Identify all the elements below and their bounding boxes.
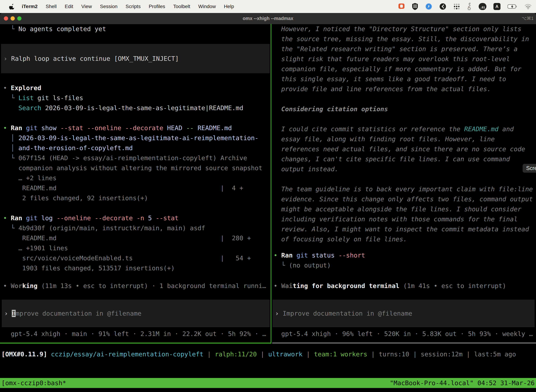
shield-icon[interactable]: [412, 3, 418, 10]
terminal-text-segment: show: [41, 124, 60, 131]
terminal-line: README.md | 4 +: [3, 183, 262, 193]
right-prompt-input[interactable]: › Improve documentation in @filename: [273, 300, 535, 327]
counter-icon[interactable]: ..61: [479, 3, 486, 10]
terminal-text-segment: 5: [148, 215, 156, 222]
terminal-text-segment: 067f154 (HEAD -> essay/ai-reimplementati…: [19, 154, 247, 162]
menu-item-shell[interactable]: Shell: [46, 4, 57, 9]
terminal-text-segment: of focusing solely on file lines.: [274, 236, 407, 243]
terminal-text-segment: king: [22, 282, 38, 289]
badge-icon[interactable]: [425, 3, 432, 10]
right-model-statusline: gpt-5.4 xhigh · 96% left · 520K in · 5.8…: [274, 329, 533, 339]
terminal-text-segment: ralph:11/20: [215, 350, 261, 358]
terminal-text-segment: |: [261, 350, 268, 358]
terminal-text-segment: (1m 41s • esc to interrupt): [399, 282, 506, 289]
terminal-text-segment: •: [274, 252, 281, 259]
terminal-text-segment: Considering citation options: [274, 105, 388, 112]
terminal-line: provide file and line references from th…: [274, 84, 533, 94]
terminal-text-segment: |: [207, 350, 215, 358]
agents-status-line: └ No agents completed yet: [3, 24, 106, 34]
terminal-text-segment: │: [3, 144, 19, 152]
terminal-text-segment: •: [3, 84, 11, 92]
window-title: omx --xhigh --madmax: [0, 13, 536, 24]
terminal-line: including verification notes with those …: [274, 214, 533, 224]
menu-item-help[interactable]: Help: [224, 4, 234, 9]
apple-menu-icon[interactable]: [9, 4, 14, 9]
counter-label: ..61: [480, 6, 485, 9]
terminal-line: README.md | 280 +: [3, 233, 262, 243]
terminal-text-segment: No agents completed yet: [19, 25, 106, 33]
terminal-text-segment: the source tree, missing the essay. Stil…: [274, 35, 529, 42]
terminal-text-segment: git ls-files: [34, 94, 83, 102]
terminal-line: companion file, especially if more comme…: [274, 64, 533, 74]
dragon-icon[interactable]: [467, 3, 472, 10]
menu-item-profiles[interactable]: Profiles: [149, 4, 165, 9]
tmux-session-label[interactable]: [omx-cczip0:bash*: [0, 379, 66, 387]
terminal-line: [OMX#0.11.9] cczip/essay/ai-reimplementa…: [1, 349, 536, 359]
terminal-text-segment: git: [26, 124, 41, 131]
ralph-loop-text: › Ralph loop active continue [OMX_TMUX_I…: [4, 54, 179, 64]
terminal-line: the source tree, missing the essay. Stil…: [274, 34, 533, 44]
terminal-text-segment: output instead.: [274, 165, 338, 173]
left-prompt-input[interactable]: › Improve documentation in @filename: [2, 300, 270, 327]
terminal-text-segment: Wai: [281, 282, 293, 289]
terminal-text-segment: references need actual files, and since …: [274, 145, 525, 153]
terminal-text-segment: └: [3, 25, 19, 33]
menu-item-view[interactable]: View: [81, 4, 92, 9]
terminal-text-segment: companion analysis without altering the …: [3, 164, 262, 172]
terminal-text-segment: HEAD: [167, 124, 186, 131]
window-shortcut-badge: ⌥⌘1: [522, 16, 534, 21]
terminal-line: • Waiting for background terminal (1m 41…: [274, 281, 506, 291]
ralph-loop-box[interactable]: › Ralph loop active continue [OMX_TMUX_I…: [1, 44, 270, 73]
terminal-line: Search 2026-03-09-is-legal-the-same-as-l…: [3, 103, 262, 113]
terminal-line: └ 4b9d30f (origin/main, instructkr/main,…: [3, 223, 262, 233]
window-title-bar[interactable]: omx --xhigh --madmax ⌥⌘1: [0, 13, 536, 24]
battery-icon[interactable]: [507, 4, 517, 9]
shutter-icon[interactable]: [439, 3, 446, 10]
terminal-text-segment: and-the-erosion-of-copyleft.md: [19, 144, 133, 152]
menu-item-scripts[interactable]: Scripts: [125, 4, 141, 9]
terminal-text-segment: status: [312, 252, 339, 259]
terminal-line: of focusing solely on file lines.: [274, 234, 533, 244]
menu-item-toolbelt[interactable]: Toolbelt: [173, 4, 190, 9]
terminal-text-segment: └: [3, 154, 19, 162]
terminal-line: [274, 174, 533, 184]
terminal-text-segment: Improve documentation in @filename: [282, 310, 412, 317]
terminal-text-segment: src/voice/voiceModeEnabled.ts | 54 +: [3, 254, 251, 262]
terminal-text-segment: 1903 files changed, 513517 insertions(+): [3, 265, 175, 272]
keyboard-layout-label: A: [495, 4, 498, 9]
terminal-text-segment: └: [3, 94, 19, 102]
terminal-text-segment: Ran: [11, 124, 26, 131]
terminal-line: the "Related research writing" section i…: [274, 44, 533, 54]
left-working-status: • Working (11m 13s • esc to interrupt) ·…: [3, 281, 266, 291]
wifi-icon[interactable]: [524, 4, 532, 9]
pane-divider[interactable]: [271, 24, 271, 344]
menu-item-iterm2[interactable]: iTerm2: [22, 4, 38, 9]
menu-item-edit[interactable]: Edit: [65, 4, 73, 9]
terminal-text-segment: The team guideline is to back every impo…: [274, 186, 533, 193]
menu-item-session[interactable]: Session: [100, 4, 117, 9]
left-prompt-text: › Improve documentation in @filename: [4, 308, 141, 318]
keyboard-layout-icon[interactable]: A: [493, 3, 500, 10]
screen-overlay-button[interactable]: Scre: [523, 164, 536, 173]
right-waiting-status: • Waiting for background terminal (1m 41…: [274, 281, 506, 291]
right-prompt-text: › Improve documentation in @filename: [275, 308, 412, 318]
terminal-line: changes, I can't cite specific file line…: [274, 154, 533, 164]
menu-bar: iTerm2 Shell Edit View Session Scripts P…: [0, 0, 536, 13]
terminal-text-segment: … +2 lines: [3, 174, 57, 182]
terminal-text-segment: •: [3, 282, 11, 289]
terminal-text-segment: Explored: [11, 84, 41, 92]
terminal-text-segment: └: [274, 262, 289, 269]
screen: iTerm2 Shell Edit View Session Scripts P…: [0, 0, 536, 392]
terminal-line: │ and-the-erosion-of-copyleft.md: [3, 143, 262, 153]
menu-item-window[interactable]: Window: [198, 4, 216, 9]
terminal-line: gpt-5.4 xhigh · 96% left · 520K in · 5.8…: [274, 329, 533, 339]
terminal-text-segment: and: [498, 125, 514, 133]
terminal-text-segment: Ran: [11, 215, 26, 222]
terminal-text-segment: │: [3, 134, 19, 142]
left-transcript: • Explored └ List git ls-files Search 20…: [3, 83, 262, 273]
terminal-line: review. Also, I might want to inspect th…: [274, 224, 533, 234]
chat-icon[interactable]: [398, 3, 405, 10]
terminal-text-segment: git: [297, 252, 312, 259]
terminal-line: companion analysis without altering the …: [3, 163, 262, 173]
dots-grid-icon[interactable]: [453, 3, 460, 10]
